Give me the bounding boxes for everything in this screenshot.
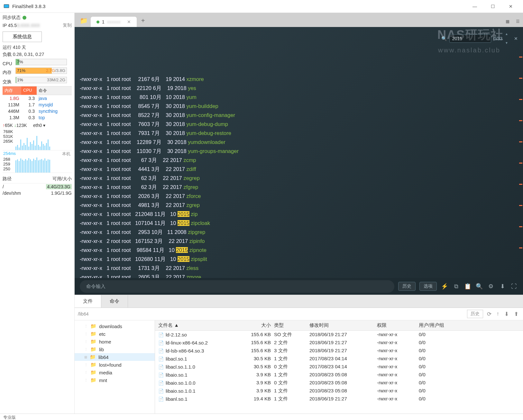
terminal-line: -rwxr-xr-x 1 root root 98584 11月 10 2015…	[80, 246, 518, 255]
copy-icon[interactable]: ⧉	[452, 283, 460, 290]
terminal-line: -rwxr-xr-x 1 root root 7603 7月 30 2018 y…	[80, 120, 518, 129]
tree-node[interactable]: ⋮ 📁 etc	[75, 330, 155, 338]
up-icon[interactable]: ↑	[495, 311, 501, 317]
swap-label: 交换	[3, 79, 15, 85]
list-view-icon[interactable]: ☰	[513, 16, 523, 27]
terminal-line: -rwxr-xr-x 2 root root 167152 3月 22 2017…	[80, 237, 518, 246]
options-button[interactable]: 选项	[419, 282, 437, 291]
file-panel: 文件 命令 /lib64 历史 ⟳ ↑ ⬇ ⬆ ⋮ 📁 downloads⋮ 📁…	[75, 295, 523, 414]
minimize-button[interactable]: —	[466, 0, 484, 13]
terminal-line: -rwxr-xr-x 1 root root 102680 11月 10 201…	[80, 255, 518, 264]
path-history-button[interactable]: 历史	[467, 310, 483, 318]
tree-node[interactable]: ⋮ 📁 mnt	[75, 376, 155, 384]
search-close-icon[interactable]: ✕	[514, 34, 518, 43]
cpu-bar: 7%	[15, 59, 67, 65]
refresh-icon[interactable]: ⟳	[486, 311, 493, 317]
grid-view-icon[interactable]: ▦	[502, 16, 513, 27]
tree-node[interactable]: ⋮ 📁 home	[75, 338, 155, 345]
process-row[interactable]: 1.8G3.3java	[3, 95, 72, 102]
folder-tree[interactable]: ⋮ 📁 downloads⋮ 📁 etc⋮ 📁 home⋮ 📁 lib⊞ 📁 l…	[75, 320, 155, 414]
tree-node[interactable]: ⊞ 📁 lib64	[75, 353, 155, 361]
terminal-minimap	[519, 46, 522, 259]
disk-row: /4.4G/23.3G	[3, 183, 72, 190]
sidebar: 同步状态 IP 45.56.XXX.XXX复制 系统信息 运行 410 天 负载…	[0, 13, 75, 414]
download-file-icon[interactable]: ⬇	[503, 311, 510, 317]
terminal-line: -rwxr-xr-x 1 root root 4441 3月 22 2017 z…	[80, 165, 518, 174]
file-row[interactable]: 📄libacl.so.1.1.030.5 KB0 文件2017/08/23 04…	[155, 363, 523, 371]
close-button[interactable]: ✕	[502, 0, 520, 13]
load-text: 负载 0.28, 0.31, 0.27	[3, 52, 72, 58]
terminal-line: -rwxr-xr-x 1 root root 1731 3月 22 2017 z…	[80, 264, 518, 273]
session-tab[interactable]: 1 xxxxxx ✕	[91, 17, 137, 27]
file-list[interactable]: 文件名 ▲ 大小 类型 修改时间 权限 用户/用户组 📄ld-2.12.so15…	[155, 320, 523, 414]
command-input[interactable]: 命令输入	[80, 280, 394, 293]
network-stats: ↑65K ↓123K eth0 ▾	[3, 123, 72, 128]
mem-label: 内存	[3, 70, 15, 76]
session-tabbar: 📁 1 xxxxxx ✕ + ▦ ☰	[75, 13, 523, 27]
search-icon: 🔍	[441, 34, 447, 43]
iface-dropdown-icon[interactable]: ▾	[43, 123, 45, 128]
system-info-button[interactable]: 系统信息	[3, 31, 42, 42]
terminal[interactable]: NAS研玩社 www.naslab.club 🔍 0/33 ▲▼ ✕ -rwxr…	[75, 27, 523, 278]
download-icon[interactable]: ⬇	[499, 283, 506, 290]
titlebar: FinalShell 3.8.3 — ☐ ✕	[0, 0, 523, 13]
terminal-line: -rwxr-xr-x 1 root root 801 10月 10 2018 y…	[80, 93, 518, 102]
terminal-line: -rwxr-xr-x 1 root root 62 3月 22 2017 zeg…	[80, 174, 518, 183]
traffic-chart: 768K531K265K	[3, 128, 72, 150]
maximize-button[interactable]: ☐	[484, 0, 502, 13]
file-row[interactable]: 📄libaio.so.13.9 KB1 文件2010/08/23 05:08-r…	[155, 371, 523, 379]
terminal-line: -rwxr-xr-x 1 root root 67 3月 22 2017 zcm…	[80, 156, 518, 165]
search-input[interactable]	[449, 34, 491, 43]
search-prev-icon[interactable]: ▲	[505, 30, 508, 39]
disk-row: /dev/shm1.9G/1.9G	[3, 190, 72, 196]
terminal-line: -rwxr-xr-x 1 root root 2605 3月 22 2017 z…	[80, 273, 518, 278]
tree-node[interactable]: ⋮ 📁 downloads	[75, 322, 155, 330]
file-row[interactable]: 📄libaio.so.1.0.03.9 KB0 文件2010/08/23 05:…	[155, 379, 523, 387]
search-next-icon[interactable]: ▼	[505, 39, 508, 48]
folder-icon[interactable]: 📁	[80, 17, 87, 24]
tree-node[interactable]: ⋮ 📁 media	[75, 369, 155, 376]
terminal-line: -rwxr-xr-x 1 root root 8522 7月 30 2018 y…	[80, 111, 518, 120]
add-tab-button[interactable]: +	[137, 14, 150, 27]
terminal-line: -rwxr-xr-x 1 root root 7931 7月 30 2018 y…	[80, 129, 518, 138]
file-row[interactable]: 📄ld-2.12.so155.6 KBSO 文件2018/06/19 21:27…	[155, 331, 523, 339]
uptime-text: 运行 410 天	[3, 45, 72, 50]
tree-node[interactable]: ⋮ 📁 lost+found	[75, 361, 155, 369]
file-row[interactable]: 📄ld-linux-x86-64.so.2155.6 KB2 文件2018/06…	[155, 339, 523, 347]
history-button[interactable]: 历史	[398, 282, 416, 291]
tree-node[interactable]: ⋮ 📁 lib	[75, 345, 155, 353]
file-row[interactable]: 📄libacl.so.130.5 KB1 文件2017/08/23 04:14-…	[155, 355, 523, 363]
terminal-line: -rwxr-xr-x 1 root root 8545 7月 30 2018 y…	[80, 102, 518, 111]
file-row[interactable]: 📄libanl.so.119.4 KB1 文件2018/06/19 21:27-…	[155, 395, 523, 403]
bolt-icon[interactable]: ⚡	[441, 283, 448, 290]
settings-icon[interactable]: ⚙	[487, 283, 495, 290]
file-row[interactable]: 📄libaio.so.1.0.13.9 KB1 文件2010/08/23 05:…	[155, 387, 523, 395]
close-tab-icon[interactable]: ✕	[127, 19, 131, 24]
terminal-line: -rwxr-xr-x 1 root root 2026 3月 22 2017 z…	[80, 192, 518, 201]
file-tab[interactable]: 文件	[75, 295, 101, 308]
process-header: 内存CPU命令	[3, 86, 72, 95]
search-count: 0/33	[494, 34, 502, 43]
cpu-label: CPU	[3, 61, 15, 66]
app-icon	[3, 3, 10, 10]
latency-chart: 254ms 本机 268259250	[3, 150, 72, 173]
file-list-header: 文件名 ▲ 大小 类型 修改时间 权限 用户/用户组	[155, 320, 523, 331]
path-display[interactable]: /lib64	[78, 311, 464, 317]
fullscreen-icon[interactable]: ⛶	[510, 283, 518, 290]
paste-icon[interactable]: 📋	[464, 283, 472, 290]
process-row[interactable]: 1.3M0.3top	[3, 114, 72, 121]
find-icon[interactable]: 🔍	[475, 283, 483, 290]
status-dot-icon	[96, 21, 99, 23]
process-row[interactable]: 446M0.3syncthing	[3, 108, 72, 114]
command-tab[interactable]: 命令	[101, 295, 128, 308]
sync-status-label: 同步状态	[3, 15, 21, 21]
svg-rect-1	[4, 5, 8, 7]
upload-file-icon[interactable]: ⬆	[513, 311, 520, 317]
terminal-line: -rwxr-xr-x 1 root root 12289 7月 30 2018 …	[80, 138, 518, 147]
terminal-line: -rwxr-xr-x 1 root root 22120 6月 19 2018 …	[80, 84, 518, 93]
copy-ip-link[interactable]: 复制	[63, 22, 72, 28]
process-row[interactable]: 113M1.7mysqld	[3, 102, 72, 108]
terminal-line: -rwxr-xr-x 1 root root 2167 6月 19 2014 x…	[80, 75, 518, 84]
file-row[interactable]: 📄ld-lsb-x86-64.so.3155.6 KB3 文件2018/06/1…	[155, 347, 523, 355]
swap-bar: 1%33M/2.2G	[15, 77, 67, 83]
